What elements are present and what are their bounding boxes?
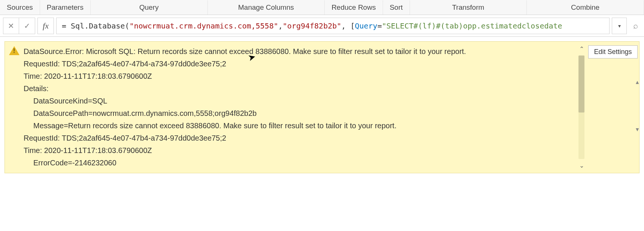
error-line: ErrorCode=-2146232060 [24, 157, 572, 169]
chevron-down-icon: ▾ [618, 23, 621, 29]
search-icon: ⌕ [633, 21, 638, 31]
ribbon-group-query[interactable]: Query [91, 0, 208, 15]
formula-sep2: , [ [341, 21, 355, 30]
error-line: DataSource.Error: Microsoft SQL: Return … [24, 45, 572, 58]
formula-eq: = [377, 21, 382, 30]
search-button[interactable]: ⌕ [630, 18, 641, 34]
error-line: Details: [24, 82, 572, 95]
ribbon-group-transform[interactable]: Transform [410, 0, 527, 15]
side-arrows: ▲ ▼ [635, 79, 640, 132]
ribbon-group-sort[interactable]: Sort [383, 0, 410, 15]
ribbon-group-parameters[interactable]: Parameters [40, 0, 91, 15]
error-line: DataSourceKind=SQL [24, 95, 572, 107]
error-panel: DataSource.Error: Microsoft SQL: Return … [4, 41, 640, 173]
edit-settings-wrap: Edit Settings [587, 42, 639, 173]
ribbon-group-manage-columns[interactable]: Manage Columns [208, 0, 325, 15]
error-line: DataSourcePath=nowcrmuat.crm.dynamics.co… [24, 107, 572, 120]
error-line: RequestId: TDS;2a2af645-4e07-47b4-a734-9… [24, 132, 572, 144]
warning-icon [9, 46, 19, 55]
fx-button[interactable]: fx [37, 18, 54, 34]
formula-arg3: "SELECT#(lf)#(tab)opp.estimatedclosedate [382, 21, 562, 30]
scroll-up-icon[interactable]: ⌃ [579, 45, 584, 52]
ribbon-group-sources[interactable]: Sources [0, 0, 40, 15]
scroll-thumb[interactable] [578, 56, 584, 112]
formula-expand-dropdown[interactable]: ▾ [612, 18, 627, 34]
error-scrollbar[interactable]: ⌃ ⌄ [576, 42, 587, 173]
error-line: RequestId: TDS;2a2af645-4e07-47b4-a734-9… [24, 58, 572, 70]
error-line: Time: 2020-11-11T17:18:03.6790600Z [24, 70, 572, 82]
content-area: DataSource.Error: Microsoft SQL: Return … [0, 37, 644, 178]
error-line: Time: 2020-11-11T17:18:03.6790600Z [24, 144, 572, 157]
edit-settings-button[interactable]: Edit Settings [588, 45, 637, 58]
scroll-track[interactable] [578, 56, 584, 159]
accept-formula-button[interactable]: ✓ [19, 18, 35, 34]
error-line: Message=Return records size cannot excee… [24, 120, 572, 132]
scroll-down-icon[interactable]: ⌄ [579, 162, 584, 169]
formula-bar: ✕ ✓ fx = Sql.Database( "nowcrmuat.crm.dy… [0, 15, 644, 37]
triangle-down-icon: ▼ [635, 126, 640, 132]
error-message-body: DataSource.Error: Microsoft SQL: Return … [24, 42, 576, 173]
ribbon-toolbar: Sources Parameters Query Manage Columns … [0, 0, 644, 15]
formula-input[interactable]: = Sql.Database( "nowcrmuat.crm.dynamics.… [56, 18, 610, 34]
formula-sep1: , [278, 21, 283, 30]
close-icon: ✕ [8, 21, 14, 30]
formula-param-key: Query [355, 21, 377, 30]
formula-arg1: "nowcrmuat.crm.dynamics.com,5558" [130, 21, 278, 30]
formula-action-box: ✕ ✓ [3, 18, 35, 34]
cancel-formula-button[interactable]: ✕ [3, 18, 19, 34]
ribbon-group-reduce-rows[interactable]: Reduce Rows [325, 0, 383, 15]
formula-text-prefix: = Sql.Database( [62, 21, 130, 30]
ribbon-group-combine[interactable]: Combine [527, 0, 644, 15]
check-icon: ✓ [24, 21, 30, 30]
triangle-up-icon: ▲ [635, 79, 640, 85]
error-icon-column [5, 42, 24, 173]
formula-arg2: "org94f82b2b" [283, 21, 341, 30]
